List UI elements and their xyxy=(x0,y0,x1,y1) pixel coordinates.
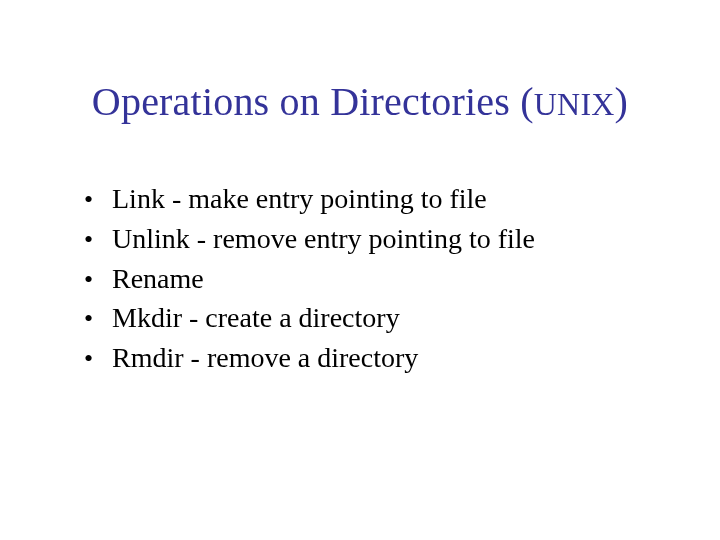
title-main: Operations on Directories xyxy=(92,79,520,124)
title-rparen: ) xyxy=(615,79,629,124)
list-item: • Unlink - remove entry pointing to file xyxy=(84,220,660,258)
list-item-text: Rename xyxy=(112,260,660,298)
list-item-text: Rmdir - remove a directory xyxy=(112,339,660,377)
bullet-icon: • xyxy=(84,262,112,297)
list-item-text: Link - make entry pointing to file xyxy=(112,180,660,218)
bullet-icon: • xyxy=(84,222,112,257)
list-item-text: Mkdir - create a directory xyxy=(112,299,660,337)
list-item: • Rmdir - remove a directory xyxy=(84,339,660,377)
bullet-icon: • xyxy=(84,341,112,376)
list-item-text: Unlink - remove entry pointing to file xyxy=(112,220,660,258)
slide: Operations on Directories (UNIX) • Link … xyxy=(0,0,720,540)
title-lparen: ( xyxy=(520,79,534,124)
title-unix: UNIX xyxy=(534,86,615,122)
list-item: • Link - make entry pointing to file xyxy=(84,180,660,218)
bullet-icon: • xyxy=(84,182,112,217)
bullet-icon: • xyxy=(84,301,112,336)
slide-title: Operations on Directories (UNIX) xyxy=(0,78,720,125)
bullet-list: • Link - make entry pointing to file • U… xyxy=(84,180,660,379)
list-item: • Rename xyxy=(84,260,660,298)
list-item: • Mkdir - create a directory xyxy=(84,299,660,337)
